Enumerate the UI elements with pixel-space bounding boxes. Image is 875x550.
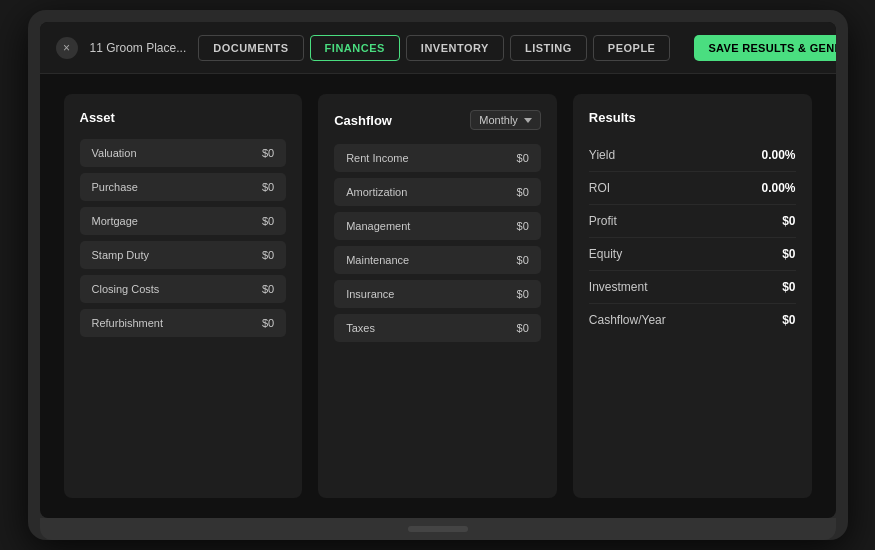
asset-panel: Asset Valuation $0 Purchase $0 Mortgage … (64, 94, 303, 498)
result-value: 0.00% (761, 181, 795, 195)
cashflow-row-label: Insurance (346, 288, 394, 300)
property-title: 11 Groom Place... (90, 41, 187, 55)
asset-row-value: $0 (262, 147, 274, 159)
tab-people[interactable]: PEOPLE (593, 35, 671, 61)
result-label: Cashflow/Year (589, 313, 666, 327)
result-label: ROI (589, 181, 610, 195)
cashflow-panel: Cashflow Monthly Rent Income $0 Amortiza… (318, 94, 557, 498)
tab-listing[interactable]: LISTING (510, 35, 587, 61)
asset-row-4: Closing Costs $0 (80, 275, 287, 303)
asset-rows: Valuation $0 Purchase $0 Mortgage $0 Sta… (80, 139, 287, 337)
cashflow-row-label: Maintenance (346, 254, 409, 266)
cashflow-row-value: $0 (517, 322, 529, 334)
result-value: $0 (782, 247, 795, 261)
cashflow-row-3: Maintenance $0 (334, 246, 541, 274)
results-rows: Yield 0.00% ROI 0.00% Profit $0 Equity $… (589, 139, 796, 336)
cashflow-dropdown[interactable]: Monthly (470, 110, 541, 130)
result-row-2: Profit $0 (589, 205, 796, 238)
result-value: $0 (782, 313, 795, 327)
cashflow-row-1: Amortization $0 (334, 178, 541, 206)
cashflow-row-value: $0 (517, 152, 529, 164)
tab-inventory[interactable]: INVENTORY (406, 35, 504, 61)
result-value: $0 (782, 280, 795, 294)
save-results-button[interactable]: SAVE RESULTS & GENERATE PDF (694, 35, 835, 61)
result-row-3: Equity $0 (589, 238, 796, 271)
asset-row-label: Mortgage (92, 215, 138, 227)
asset-row-label: Closing Costs (92, 283, 160, 295)
cashflow-row-label: Taxes (346, 322, 375, 334)
results-panel-title: Results (589, 110, 796, 125)
results-panel: Results Yield 0.00% ROI 0.00% Profit $0 … (573, 94, 812, 498)
nav-tabs: DOCUMENTS FINANCES INVENTORY LISTING PEO… (198, 35, 670, 61)
cashflow-row-value: $0 (517, 186, 529, 198)
cashflow-row-5: Taxes $0 (334, 314, 541, 342)
cashflow-row-2: Management $0 (334, 212, 541, 240)
topbar: × 11 Groom Place... DOCUMENTS FINANCES I… (40, 22, 836, 74)
result-value: 0.00% (761, 148, 795, 162)
asset-row-label: Refurbishment (92, 317, 164, 329)
asset-row-1: Purchase $0 (80, 173, 287, 201)
cashflow-row-value: $0 (517, 288, 529, 300)
chevron-down-icon (524, 118, 532, 123)
close-button[interactable]: × (56, 37, 78, 59)
asset-row-label: Stamp Duty (92, 249, 149, 261)
cashflow-row-label: Management (346, 220, 410, 232)
result-label: Yield (589, 148, 615, 162)
cashflow-row-4: Insurance $0 (334, 280, 541, 308)
cashflow-rows: Rent Income $0 Amortization $0 Managemen… (334, 144, 541, 342)
result-label: Investment (589, 280, 648, 294)
cashflow-row-label: Rent Income (346, 152, 408, 164)
asset-row-value: $0 (262, 249, 274, 261)
close-icon: × (63, 41, 70, 55)
result-row-0: Yield 0.00% (589, 139, 796, 172)
asset-row-label: Valuation (92, 147, 137, 159)
result-row-4: Investment $0 (589, 271, 796, 304)
asset-row-value: $0 (262, 215, 274, 227)
cashflow-header: Cashflow Monthly (334, 110, 541, 130)
result-label: Equity (589, 247, 622, 261)
asset-row-value: $0 (262, 283, 274, 295)
asset-row-0: Valuation $0 (80, 139, 287, 167)
tab-finances[interactable]: FINANCES (310, 35, 400, 61)
cashflow-row-value: $0 (517, 220, 529, 232)
asset-panel-title: Asset (80, 110, 287, 125)
cashflow-row-0: Rent Income $0 (334, 144, 541, 172)
result-row-1: ROI 0.00% (589, 172, 796, 205)
result-row-5: Cashflow/Year $0 (589, 304, 796, 336)
asset-row-5: Refurbishment $0 (80, 309, 287, 337)
asset-row-3: Stamp Duty $0 (80, 241, 287, 269)
result-label: Profit (589, 214, 617, 228)
cashflow-row-value: $0 (517, 254, 529, 266)
cashflow-panel-title: Cashflow (334, 113, 392, 128)
asset-row-value: $0 (262, 181, 274, 193)
asset-row-label: Purchase (92, 181, 138, 193)
main-content: Asset Valuation $0 Purchase $0 Mortgage … (40, 74, 836, 518)
asset-row-2: Mortgage $0 (80, 207, 287, 235)
cashflow-dropdown-label: Monthly (479, 114, 518, 126)
asset-row-value: $0 (262, 317, 274, 329)
cashflow-row-label: Amortization (346, 186, 407, 198)
tab-documents[interactable]: DOCUMENTS (198, 35, 303, 61)
result-value: $0 (782, 214, 795, 228)
